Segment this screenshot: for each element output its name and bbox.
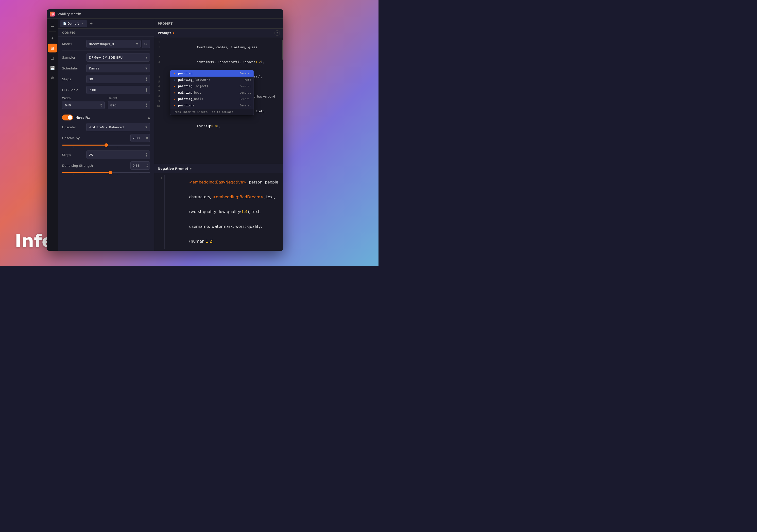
panel-collapse-btn[interactable]: — [277, 22, 280, 26]
hires-steps-value: 25 [89, 153, 93, 157]
hires-steps-down[interactable]: ▼ [146, 155, 147, 157]
model-settings-btn[interactable]: ⚙ [142, 40, 150, 48]
tab-doc-icon: 📄 [63, 22, 66, 25]
steps-arrows: ▲ ▼ [146, 77, 147, 81]
cfg-down-arrow[interactable]: ▼ [146, 90, 147, 92]
width-label: Width [62, 97, 105, 100]
hires-steps-stepper[interactable]: 25 ▲ ▼ [86, 151, 150, 159]
width-up-arrow[interactable]: ▲ [100, 103, 102, 105]
height-up-arrow[interactable]: ▲ [146, 103, 147, 105]
autocomplete-cat-3: General [240, 91, 251, 94]
scheduler-row: Scheduler Karras ▼ [62, 64, 150, 73]
d-tick-4 [95, 174, 95, 175]
upscaler-dropdown[interactable]: 4x-UltraMix_Balanced ▼ [86, 123, 150, 131]
neg-text-2: characters, [189, 194, 213, 199]
neg-code-line-4: username, watermark, worst quality, [167, 219, 281, 234]
prompt-panel: Prompt — Prompt ▲ ? [154, 19, 284, 251]
line-numbers: 1 1 2 3 4 5 6 7 8 9 10 [154, 38, 162, 164]
scheduler-dropdown[interactable]: Karras ▼ [86, 64, 150, 73]
height-input[interactable]: 896 ▲ ▼ [108, 101, 150, 109]
d-tick-5 [106, 174, 106, 175]
tab-add-btn[interactable]: + [88, 20, 94, 27]
tab-close-btn[interactable]: ✕ [80, 22, 84, 25]
negative-prompt-content[interactable]: 1 <embedding:EasyNegative>, person, peop… [154, 173, 284, 251]
width-input[interactable]: 640 ▲ ▼ [62, 101, 105, 109]
scheduler-control: Karras ▼ [86, 64, 150, 73]
autocomplete-item-1[interactable]: ? painting_(artwork) Meta [170, 76, 254, 83]
cfg-scale-value: 7.00 [89, 88, 96, 92]
content-area: 📄 Demo 1 ✕ + Config Model dre [58, 19, 284, 251]
autocomplete-item-0[interactable]: ✦ painting General [170, 70, 254, 76]
sidebar-menu-btn[interactable]: ☰ [48, 21, 57, 30]
denoising-control: 0.55 ▲ ▼ [95, 161, 150, 170]
negative-prompt-arrow-icon[interactable]: ▼ [190, 167, 192, 170]
autocomplete-match-5: painting [178, 104, 193, 107]
sampler-arrow: ▼ [145, 56, 147, 59]
steps-control: 30 ▲ ▼ [86, 75, 150, 83]
code-line-6 [165, 143, 281, 148]
autocomplete-item-2[interactable]: ✦ painting_(object) General [170, 83, 254, 89]
upscaler-row: Upscaler 4x-UltraMix_Balanced ▼ [62, 123, 150, 131]
hires-steps-arrows: ▲ ▼ [146, 153, 147, 157]
width-value: 640 [65, 103, 71, 107]
steps-up-arrow[interactable]: ▲ [146, 77, 147, 79]
denoising-up[interactable]: ▲ [146, 163, 148, 165]
hires-fix-toggle[interactable] [62, 114, 73, 120]
cfg-up-arrow[interactable]: ▲ [146, 88, 147, 90]
code-text-3e: (painti [197, 124, 209, 128]
code-editor[interactable]: 1 1 2 3 4 5 6 7 8 9 10 [154, 38, 284, 164]
sidebar-star-btn[interactable]: ✦ [48, 34, 57, 43]
cfg-scale-label: CFG Scale [62, 88, 84, 92]
steps-down-arrow[interactable]: ▼ [146, 79, 147, 81]
autocomplete-hint: Press Enter to insert, Tab to replace [170, 109, 254, 115]
cfg-scale-stepper[interactable]: 7.00 ▲ ▼ [86, 86, 150, 94]
hires-collapse-arrow[interactable]: ▲ [148, 116, 150, 119]
box-icon: ◻ [51, 56, 54, 60]
height-down-arrow[interactable]: ▼ [146, 105, 147, 107]
upscale-by-input[interactable]: 2.00 ▲ ▼ [130, 134, 150, 142]
autocomplete-item-5[interactable]: ✦ paintings General [170, 102, 254, 109]
denoising-down[interactable]: ▼ [146, 166, 148, 168]
denoising-arrows: ▲ ▼ [146, 163, 148, 168]
steps-stepper[interactable]: 30 ▲ ▼ [86, 75, 150, 83]
autocomplete-cat-5: General [240, 104, 251, 107]
model-dropdown[interactable]: dreamshaper_8 ▼ [86, 40, 141, 48]
steps-value: 30 [89, 77, 93, 81]
grid-icon: ⊞ [51, 46, 54, 50]
height-arrows: ▲ ▼ [146, 103, 147, 107]
hires-steps-up[interactable]: ▲ [146, 153, 147, 155]
upscale-down[interactable]: ▼ [146, 138, 148, 140]
sidebar-puzzle-btn[interactable]: ⊕ [48, 73, 57, 82]
upscale-slider-thumb[interactable] [105, 143, 108, 147]
sampler-dropdown[interactable]: DPM++ 3M SDE GPU ▼ [86, 53, 150, 62]
prompt-help-btn[interactable]: ? [275, 30, 280, 36]
sidebar-box-btn[interactable]: ◻ [48, 53, 57, 62]
autocomplete-item-4[interactable]: ✦ painting_nails General [170, 96, 254, 102]
denoising-slider-thumb[interactable] [109, 171, 112, 174]
autocomplete-cat-2: General [240, 85, 251, 88]
width-down-arrow[interactable]: ▼ [100, 105, 102, 107]
denoising-slider[interactable] [62, 172, 150, 175]
code-line-10: <lora:more_details:0.5>, [165, 163, 281, 164]
code-content[interactable]: (warframe, cables, floating, glass conta… [162, 38, 284, 164]
neg-text-1: , person, people, [246, 180, 280, 185]
tab-label: Demo 1 [68, 22, 79, 25]
tab-demo1[interactable]: 📄 Demo 1 ✕ [60, 20, 87, 27]
scrollbar-thumb [282, 40, 283, 60]
autocomplete-rest-4: _nails [193, 97, 203, 101]
model-value: dreamshaper_8 [89, 42, 114, 46]
star-icon: ✦ [51, 36, 54, 41]
tick-9 [150, 147, 150, 148]
neg-text-3: , text, [264, 194, 275, 199]
sidebar-grid-btn[interactable]: ⊞ [48, 44, 57, 52]
puzzle-icon: ⊕ [51, 75, 54, 80]
prompt-title-text: Prompt [158, 31, 171, 35]
cfg-scale-arrows: ▲ ▼ [146, 88, 147, 92]
prompt-scrollbar[interactable] [282, 38, 284, 164]
tick-1 [62, 147, 62, 148]
upscale-by-slider[interactable] [62, 145, 150, 148]
sidebar-save-btn[interactable]: 💾 [48, 63, 57, 72]
upscale-up[interactable]: ▲ [146, 136, 148, 138]
denoising-input[interactable]: 0.55 ▲ ▼ [130, 161, 150, 170]
autocomplete-item-3[interactable]: ✦ painting_body General [170, 89, 254, 96]
